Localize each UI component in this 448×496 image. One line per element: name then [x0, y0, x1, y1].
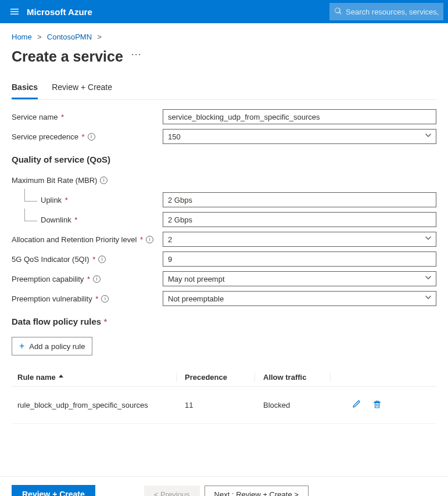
plus-icon: + [19, 341, 24, 351]
required-star: * [94, 294, 99, 303]
breadcrumb-home[interactable]: Home [12, 33, 32, 41]
label-5qi: 5G QoS Indicator (5QI) [12, 255, 89, 264]
tree-branch-icon [24, 209, 37, 221]
next-button[interactable]: Next : Review + Create > [205, 486, 309, 497]
label-preempt-capability: Preemption capability [12, 275, 84, 283]
fiveqi-input[interactable] [163, 251, 436, 267]
delete-icon[interactable] [372, 400, 382, 411]
global-search[interactable] [329, 3, 443, 20]
page-title: Create a service ··· [12, 48, 436, 65]
service-precedence-select[interactable] [163, 129, 436, 144]
edit-icon[interactable] [352, 400, 361, 411]
tree-branch-icon [24, 189, 37, 202]
review-create-button[interactable]: Review + Create [12, 485, 95, 496]
qos-heading: Quality of service (QoS) [12, 154, 436, 164]
search-input[interactable] [346, 8, 439, 16]
required-star: * [80, 132, 85, 141]
label-service-precedence: Service precedence [12, 132, 78, 141]
col-rule-name[interactable]: Rule name [17, 373, 56, 382]
page-title-text: Create a service [12, 48, 123, 65]
required-star: * [91, 255, 96, 264]
downlink-input[interactable] [163, 212, 436, 227]
form-basics: Service name * Service precedence * i Qu… [12, 100, 436, 424]
cell-rule-name: rule_block_udp_from_specific_sources [17, 401, 148, 409]
info-icon[interactable]: i [93, 275, 101, 283]
col-allow-traffic[interactable]: Allow traffic [263, 373, 306, 382]
required-star: * [138, 235, 143, 244]
info-icon[interactable]: i [88, 133, 95, 141]
breadcrumb: Home > ContosoPMN > [12, 29, 436, 46]
info-icon[interactable]: i [100, 177, 107, 184]
previous-button: < Previous [144, 486, 200, 497]
required-star: * [85, 275, 90, 283]
required-star: * [73, 215, 78, 224]
label-preempt-vulnerability: Preemption vulnerability [12, 294, 92, 303]
label-uplink: Uplink [41, 196, 62, 204]
table-header: Rule name Precedence Allow traffic [12, 368, 436, 387]
info-icon[interactable]: i [101, 295, 109, 303]
label-mbr: Maximum Bit Rate (MBR) [12, 176, 97, 185]
uplink-input[interactable] [163, 192, 436, 207]
chevron-right-icon: > [35, 33, 44, 41]
required-star: * [63, 196, 68, 204]
menu-icon[interactable] [5, 0, 24, 23]
label-arp: Allocation and Retention Priority level [12, 235, 137, 244]
more-actions-icon[interactable]: ··· [131, 48, 142, 60]
rules-table: Rule name Precedence Allow traffic rule_… [12, 368, 436, 424]
sort-ascending-icon[interactable] [58, 373, 64, 382]
chevron-right-icon: > [95, 33, 102, 41]
required-star: * [101, 317, 107, 326]
tab-basics[interactable]: Basics [12, 79, 38, 99]
footer-actions: Review + Create < Previous Next : Review… [0, 476, 448, 496]
arp-select[interactable] [163, 232, 436, 247]
label-downlink: Downlink [41, 215, 71, 224]
col-precedence[interactable]: Precedence [185, 373, 227, 382]
label-service-name: Service name [12, 113, 58, 121]
info-icon[interactable]: i [98, 256, 106, 263]
search-icon [334, 7, 346, 17]
tabs: Basics Review + Create [12, 79, 436, 100]
add-policy-rule-button[interactable]: + Add a policy rule [12, 337, 92, 355]
rules-heading-text: Data flow policy rules [12, 317, 101, 326]
required-star: * [59, 113, 64, 121]
preempt-capability-select[interactable] [163, 271, 436, 286]
cell-allow-traffic: Blocked [263, 401, 290, 409]
top-bar: Microsoft Azure [0, 0, 448, 23]
tab-review-create[interactable]: Review + Create [52, 79, 112, 99]
breadcrumb-parent[interactable]: ContosoPMN [47, 33, 92, 41]
preempt-vulnerability-select[interactable] [163, 291, 436, 306]
rules-heading: Data flow policy rules * [12, 317, 436, 326]
add-rule-label: Add a policy rule [29, 342, 85, 351]
table-row: rule_block_udp_from_specific_sources 11 … [12, 387, 436, 424]
brand-label: Microsoft Azure [27, 7, 92, 17]
cell-precedence: 11 [185, 401, 193, 409]
info-icon[interactable]: i [146, 236, 153, 243]
service-name-input[interactable] [163, 109, 436, 124]
